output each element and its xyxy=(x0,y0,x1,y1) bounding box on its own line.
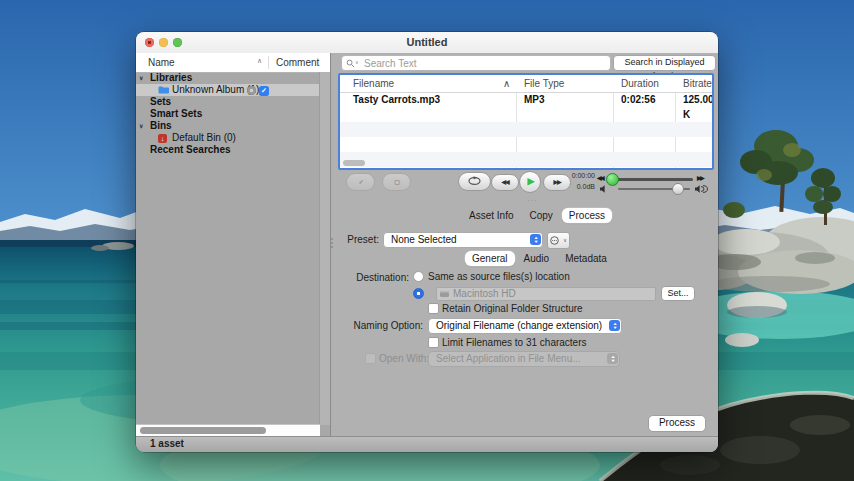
destination-label: Destination: xyxy=(345,272,409,283)
tree-label: Smart Sets xyxy=(136,108,202,119)
sort-asc-icon[interactable]: ∧ xyxy=(257,57,262,65)
pane-resize-handle[interactable]: ··· xyxy=(527,196,538,205)
column-header-comment[interactable]: Comment xyxy=(276,57,319,68)
sidebar-column-header: Name ∧ Comment xyxy=(136,53,330,73)
tree-label: Sets xyxy=(136,96,171,107)
volume-max-icon[interactable] xyxy=(695,185,708,193)
sidebar-item-sets[interactable]: Sets xyxy=(136,96,320,108)
disclosure-triangle-icon[interactable]: ∨ xyxy=(139,72,143,84)
empty-row xyxy=(340,152,712,167)
grid-icon: ▢ xyxy=(394,179,399,185)
radio-custom-destination[interactable] xyxy=(413,288,424,299)
limit-filenames-checkbox[interactable] xyxy=(428,337,439,348)
asset-count: 1 asset xyxy=(150,438,184,449)
loop-icon xyxy=(467,176,482,186)
preset-label: Preset: xyxy=(331,234,379,245)
check-icon: ✓ xyxy=(358,179,362,185)
naming-option-label: Naming Option: xyxy=(345,320,423,331)
tab-metadata[interactable]: Metadata xyxy=(558,251,614,266)
column-divider[interactable] xyxy=(268,56,269,69)
volume-min-icon[interactable] xyxy=(600,185,609,193)
sidebar-item-smart-sets[interactable]: Smart Sets xyxy=(136,108,320,120)
disclosure-triangle-icon[interactable]: ∨ xyxy=(139,120,143,132)
preset-popup[interactable]: None Selected ▲▼ xyxy=(383,232,543,248)
list-header: Filename ∧ File Type Duration Bitrate xyxy=(340,75,712,93)
sidebar-item-bins[interactable]: ∨ Bins xyxy=(136,120,320,132)
sidebar-item-recent-searches[interactable]: Recent Searches xyxy=(136,144,320,156)
rewind-button[interactable]: ◀◀ xyxy=(491,174,519,191)
loop-button[interactable] xyxy=(458,172,491,191)
table-row[interactable]: Tasty Carrots.mp3 MP3 0:02:56 125.00 K xyxy=(340,92,712,107)
jog-back-icon[interactable]: ◀◀ xyxy=(597,174,603,181)
fast-forward-icon: ▶▶ xyxy=(553,179,560,185)
destination-path-value: Macintosh HD xyxy=(453,288,516,299)
tab-asset-info[interactable]: Asset Info xyxy=(462,208,520,223)
column-header-bitrate[interactable]: Bitrate xyxy=(683,78,712,89)
tree-label: Default Bin (0) xyxy=(136,132,236,143)
sidebar-item-default-bin[interactable]: ↓ Default Bin (0) xyxy=(136,132,320,144)
desktop: Untitled Name ∧ Comment ∨ Libraries xyxy=(0,0,854,481)
open-with-value: Select Application in File Menu... xyxy=(436,353,581,364)
popup-stepper-icon: ▲▼ xyxy=(530,234,541,245)
window-title: Untitled xyxy=(136,36,718,48)
hard-drive-icon xyxy=(440,291,449,297)
section-tab-bar: General Audio Metadata xyxy=(465,251,614,266)
sidebar-item-unknown-album[interactable]: Unknown Album (1) ✓ xyxy=(136,84,320,96)
jog-forward-icon[interactable]: ▶▶ xyxy=(697,174,703,181)
column-header-name[interactable]: Name xyxy=(148,57,175,68)
folder-icon xyxy=(158,86,169,94)
process-button[interactable]: Process xyxy=(648,415,706,432)
sidebar-item-libraries[interactable]: ∨ Libraries xyxy=(136,72,320,84)
naming-option-value: Original Filename (change extension) xyxy=(436,320,602,331)
play-icon: ▶ xyxy=(526,176,535,186)
view-button: ▢ xyxy=(382,173,411,191)
tab-audio[interactable]: Audio xyxy=(517,251,557,266)
popup-stepper-icon: ▲▼ xyxy=(607,353,618,364)
level-display: 0.0dB xyxy=(565,183,595,190)
open-with-checkbox xyxy=(365,353,376,364)
timecode-display: 0:00:00 xyxy=(565,172,595,179)
tree-label: Recent Searches xyxy=(136,144,231,155)
chevron-down-icon: ∨ xyxy=(563,237,567,243)
app-window: Untitled Name ∧ Comment ∨ Libraries xyxy=(136,32,718,452)
album-checkbox[interactable]: ✓ xyxy=(259,86,269,96)
empty-row xyxy=(340,122,712,137)
column-header-filename[interactable]: Filename xyxy=(353,78,394,89)
radio-same-as-source[interactable] xyxy=(413,271,424,282)
sidebar-vertical-scrollbar[interactable] xyxy=(319,72,330,425)
mark-button: ✓ xyxy=(346,173,375,191)
cell-filetype: MP3 xyxy=(524,92,545,107)
preset-action-menu-button[interactable]: ∨ xyxy=(547,232,570,249)
retain-folder-checkbox[interactable] xyxy=(428,303,439,314)
set-destination-button[interactable]: Set... xyxy=(661,286,695,301)
tab-general[interactable]: General xyxy=(465,251,515,266)
window-body: Name ∧ Comment ∨ Libraries Unknown Album… xyxy=(136,53,718,437)
tab-copy[interactable]: Copy xyxy=(522,208,559,223)
tree-label: Libraries xyxy=(136,72,192,83)
search-input[interactable] xyxy=(362,56,606,70)
play-button[interactable]: ▶ xyxy=(519,171,541,193)
cell-bitrate: 125.00 K xyxy=(683,92,712,122)
volume-slider-knob[interactable] xyxy=(672,183,684,195)
asset-list[interactable]: Filename ∧ File Type Duration Bitrate Ta… xyxy=(338,73,714,170)
window-titlebar[interactable]: Untitled xyxy=(136,32,718,54)
open-with-popup: Select Application in File Menu... ▲▼ xyxy=(428,351,620,367)
same-as-source-label: Same as source files(s) location xyxy=(428,271,570,282)
search-scope-chevron-icon[interactable]: ∨ xyxy=(355,59,359,65)
column-header-duration[interactable]: Duration xyxy=(621,78,659,89)
scrollbar-thumb[interactable] xyxy=(140,427,266,434)
tab-process[interactable]: Process xyxy=(562,208,612,223)
search-displayed-assets-button[interactable]: Search in Displayed Assets xyxy=(613,55,716,71)
mode-tab-bar: Asset Info Copy Process xyxy=(462,208,612,223)
popup-stepper-icon: ▲▼ xyxy=(609,320,620,331)
list-horizontal-scrollbar[interactable] xyxy=(343,160,365,166)
playhead-slider-track[interactable] xyxy=(611,178,693,181)
search-field[interactable]: ∨ xyxy=(341,55,611,71)
destination-path-field: Macintosh HD xyxy=(436,287,656,301)
column-header-filetype[interactable]: File Type xyxy=(524,78,564,89)
retain-folder-label: Retain Original Folder Structure xyxy=(442,303,583,314)
naming-option-popup[interactable]: Original Filename (change extension) ▲▼ xyxy=(428,318,622,334)
sort-asc-icon[interactable]: ∧ xyxy=(503,78,510,89)
limit-filenames-label: Limit Filenames to 31 characters xyxy=(442,337,587,348)
search-icon xyxy=(346,59,355,68)
